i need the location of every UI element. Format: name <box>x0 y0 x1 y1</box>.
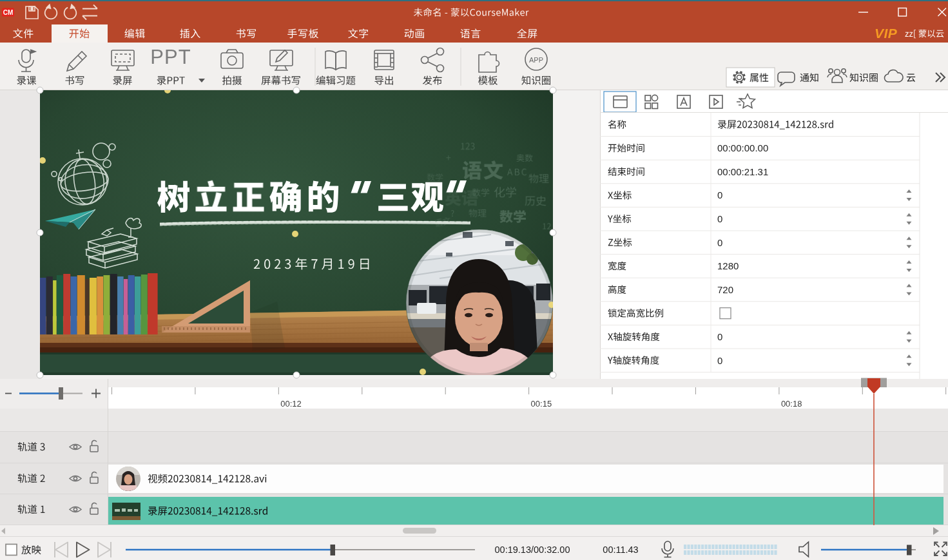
svg-text:0: 0 <box>717 331 722 342</box>
svg-text:VIP: VIP <box>875 26 898 41</box>
svg-text:PPT: PPT <box>150 46 191 68</box>
svg-text:00:15: 00:15 <box>531 399 552 409</box>
svg-text:00:12: 00:12 <box>280 399 302 409</box>
svg-text:00:00:21.31: 00:00:21.31 <box>717 166 768 177</box>
svg-text:00:00:00.00: 00:00:00.00 <box>717 142 768 153</box>
svg-text:0: 0 <box>717 213 722 224</box>
svg-text:0: 0 <box>717 237 722 248</box>
svg-text:CM: CM <box>3 9 14 16</box>
svg-text:00:19.13/00:32.00: 00:19.13/00:32.00 <box>495 545 570 555</box>
svg-text:0: 0 <box>717 189 722 200</box>
svg-text:720: 720 <box>717 284 733 295</box>
svg-text:1280: 1280 <box>717 260 739 271</box>
svg-text:00:18: 00:18 <box>781 399 802 409</box>
svg-text:00:11.43: 00:11.43 <box>603 545 638 555</box>
svg-text:0: 0 <box>717 355 722 366</box>
svg-text:APP: APP <box>529 56 543 64</box>
